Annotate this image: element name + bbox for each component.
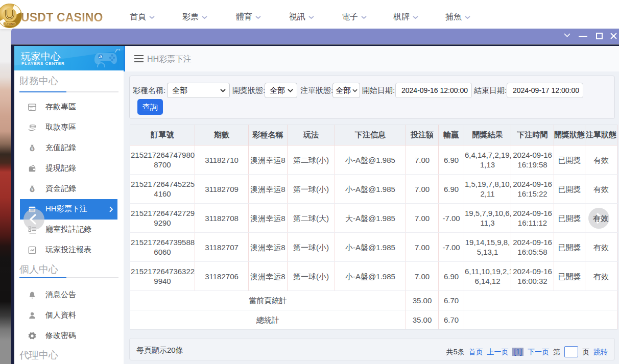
svg-text:¥: ¥ <box>31 188 33 192</box>
svg-text:CASINO: CASINO <box>4 22 15 26</box>
svg-text:$: $ <box>31 147 33 151</box>
